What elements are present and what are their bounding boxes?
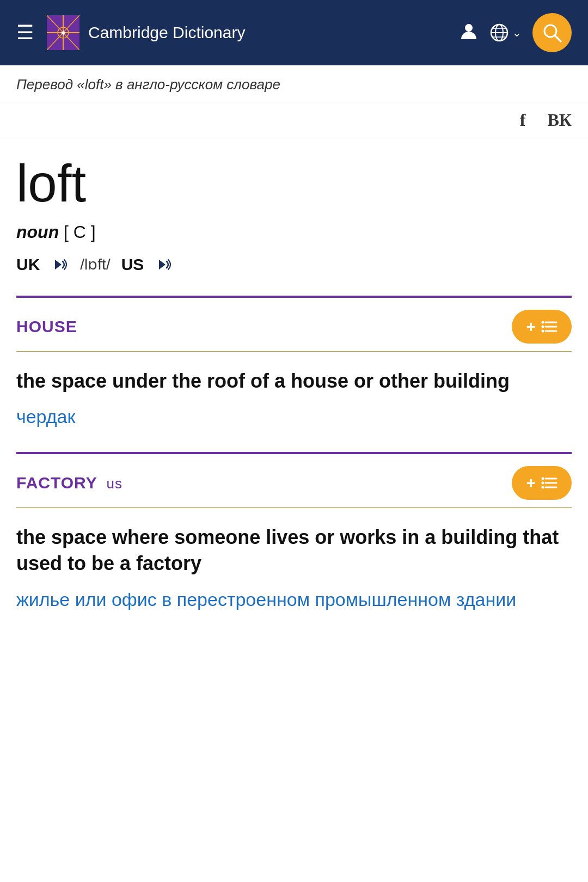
svg-point-28 [542,486,544,488]
region-tag-factory: us [106,475,122,492]
svg-marker-15 [55,260,62,270]
chevron-down-icon: ⌄ [512,26,522,39]
pronunciation-row: UK /lɒft/ US [16,255,572,274]
us-label: US [121,255,144,274]
us-audio-button[interactable] [155,255,173,274]
language-selector[interactable]: ⌄ [489,23,522,42]
social-share-bar: f ВК [0,102,588,138]
section-header-factory: FACTORY us + [16,454,572,500]
svg-point-20 [542,321,544,323]
facebook-share-icon[interactable]: f [520,110,526,130]
translation-house[interactable]: чердак [16,404,572,430]
svg-point-21 [542,325,544,328]
section-divider-factory [16,507,572,508]
menu-icon[interactable]: ☰ [16,23,34,42]
headword: loft [16,155,572,212]
plus-icon-factory: + [526,474,536,492]
svg-point-22 [542,329,544,332]
logo-area[interactable]: ✦ Cambridge Dictionary [47,15,245,50]
uk-label: UK [16,255,40,274]
main-content: loft noun [ C ] UK /lɒft/ US HO [0,138,588,613]
add-to-list-button-factory[interactable]: + [512,466,572,500]
add-to-list-button-house[interactable]: + [512,310,572,344]
user-icon[interactable] [459,21,479,45]
definition-text-house: the space under the roof of a house or o… [16,368,572,395]
plus-icon: + [526,317,536,336]
breadcrumb: Перевод «loft» в англо-русском словаре [0,65,588,102]
globe-icon [489,23,509,42]
section-header-house: HOUSE + [16,298,572,344]
svg-marker-16 [159,260,166,270]
section-divider-house [16,351,572,352]
part-of-speech-line: noun [ C ] [16,222,572,242]
phonetic-text: /lɒft/ [80,255,110,273]
header-right: ⌄ [459,13,572,52]
svg-line-14 [555,35,561,41]
list-icon-factory [541,476,558,490]
vk-share-icon[interactable]: ВК [547,110,572,130]
site-title: Cambridge Dictionary [88,23,245,42]
svg-point-27 [542,481,544,484]
cambridge-shield-icon: ✦ [47,15,79,50]
svg-point-26 [542,477,544,480]
svg-text:✦: ✦ [60,29,66,38]
pos-label: noun [16,222,59,242]
app-header: ☰ ✦ Cambridge Dictionary [0,0,588,65]
svg-point-7 [465,24,473,32]
list-icon [541,320,558,334]
breadcrumb-text: Перевод «loft» в англо-русском словаре [16,76,280,93]
uk-audio-button[interactable] [51,255,69,274]
countable-label: [ C ] [64,222,96,242]
section-label-house: HOUSE [16,317,77,336]
definition-text-factory: the space where someone lives or works i… [16,524,572,577]
section-label-factory: FACTORY us [16,474,122,492]
definition-section-house: HOUSE + the space under the roof of a ho… [16,296,572,430]
header-left: ☰ ✦ Cambridge Dictionary [16,15,245,50]
definition-section-factory: FACTORY us + the space where someone liv… [16,452,572,613]
search-button[interactable] [532,13,572,52]
search-icon [542,22,562,43]
translation-factory[interactable]: жилье или офис в перестроенном промышлен… [16,587,572,613]
